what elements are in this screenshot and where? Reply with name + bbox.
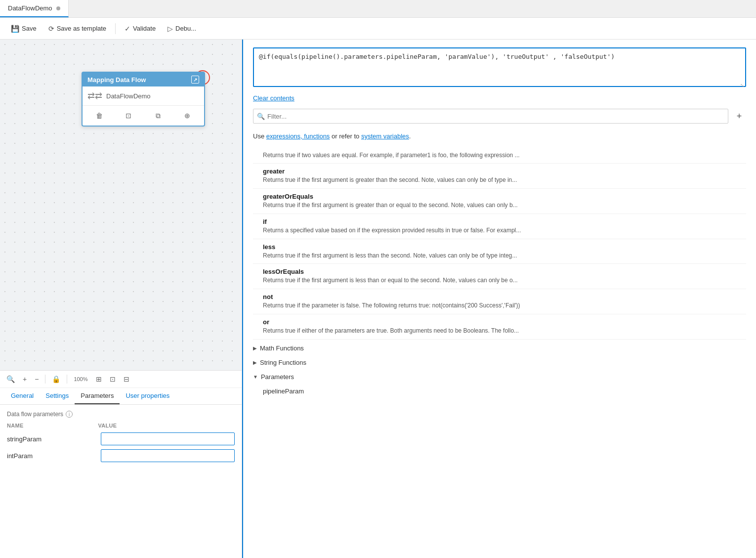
properties-panel: 🔍 + − 🔒 100% ⊞ ⊡ ⊟ General Settings Para… (0, 370, 242, 558)
zoom-mini-btn[interactable]: 100% (72, 375, 89, 384)
func-item-greaterOrEquals: greaterOrEquals Returns true if the firs… (253, 191, 746, 214)
parameters-items: pipelineParam (253, 386, 746, 397)
string-functions-header[interactable]: ▶ String Functions (253, 356, 746, 369)
func-name-or: or (263, 318, 746, 326)
expression-textarea[interactable] (253, 47, 746, 87)
node-duplicate-button[interactable]: ⧉ (151, 109, 165, 123)
func-name-greater: greater (263, 168, 746, 175)
frame-mini-btn[interactable]: ⊡ (108, 374, 117, 385)
debug-button[interactable]: ▷ Debu... (163, 23, 201, 35)
param-value-intparam (101, 449, 235, 462)
string-chevron-right-icon: ▶ (253, 360, 257, 365)
main-layout: Mapping Data Flow ↗ ⇄ ⇄ DataFlowDemo 🗑 ⊡… (0, 40, 756, 558)
func-name-if: if (263, 218, 746, 225)
validate-button[interactable]: ✓ Validate (120, 23, 161, 35)
param-input-stringparam[interactable] (101, 432, 235, 445)
filter-input[interactable] (253, 109, 728, 124)
func-item-greater: greater Returns true if the first argume… (253, 166, 746, 189)
func-name-not: not (263, 293, 746, 300)
node-add-button[interactable]: ⊕ (180, 109, 194, 123)
expression-input-wrapper: ⤡ (253, 47, 746, 88)
node-name-label: DataFlowDemo (106, 92, 151, 100)
math-functions-header[interactable]: ▶ Math Functions (253, 342, 746, 355)
lock-mini-btn[interactable]: 🔒 (50, 374, 62, 385)
func-name-less: less (263, 243, 746, 251)
mini-sep1 (45, 375, 45, 384)
node-delete-button[interactable]: 🗑 (92, 109, 106, 123)
node-body: ⇄ ⇄ DataFlowDemo (83, 86, 204, 106)
func-name-lessOrEquals: lessOrEquals (263, 268, 746, 275)
tab-dataflowdemo[interactable]: DataFlowDemo (0, 0, 69, 17)
debug-icon: ▷ (168, 25, 173, 33)
info-icon[interactable]: i (66, 411, 73, 418)
param-entry-pipelineparam[interactable]: pipelineParam (263, 386, 746, 397)
resize-handle[interactable]: ⤡ (740, 83, 745, 87)
func-desc-greater: Returns true if the first argument is gr… (263, 176, 746, 184)
param-row-intparam: intParam (7, 449, 235, 462)
node-icon-pair: ⇄ ⇄ (87, 90, 102, 101)
func-desc-lessOrEquals: Returns true if the first argument is le… (263, 276, 746, 285)
mini-sep2 (67, 375, 67, 384)
function-list: Returns true if two values are equal. Fo… (253, 149, 746, 340)
node-copy-button[interactable]: ⊡ (122, 109, 135, 123)
param-input-intparam[interactable] (101, 449, 235, 462)
parameters-header[interactable]: ▼ Parameters (253, 370, 746, 384)
validate-icon: ✓ (125, 25, 130, 33)
template-icon: ⟳ (48, 25, 54, 33)
node-header: Mapping Data Flow ↗ (83, 73, 204, 86)
string-functions-section: ▶ String Functions (253, 356, 746, 369)
clear-contents-link[interactable]: Clear contents (253, 94, 294, 102)
filter-input-wrapper: 🔍 (253, 109, 728, 124)
func-desc-less: Returns true if the first argument is le… (263, 252, 746, 260)
toolbar-separator (115, 23, 116, 34)
tab-label: DataFlowDemo (8, 4, 52, 12)
parameters-section: ▼ Parameters pipelineParam (253, 370, 746, 397)
property-tabs-row: General Settings Parameters User propert… (0, 388, 242, 405)
remove-mini-btn[interactable]: − (33, 374, 40, 385)
func-item-lessOrEquals: lessOrEquals Returns true if the first a… (253, 266, 746, 289)
params-content: Data flow parameters i NAME VALUE string… (0, 405, 242, 556)
params-table-header: NAME VALUE (7, 423, 235, 429)
search-mini-btn[interactable]: 🔍 (5, 374, 16, 385)
func-item-less: less Returns true if the first argument … (253, 241, 746, 264)
node-external-link-icon[interactable]: ↗ (191, 76, 199, 84)
expressions-functions-link[interactable]: expressions, functions (266, 132, 330, 140)
node-actions: 🗑 ⊡ ⧉ ⊕ (83, 106, 204, 126)
tab-dot (56, 6, 60, 10)
tab-bar: DataFlowDemo (0, 0, 756, 18)
params-label: Data flow parameters i (7, 411, 235, 418)
tab-user-properties[interactable]: User properties (120, 388, 175, 404)
save-as-template-button[interactable]: ⟳ Save as template (43, 23, 111, 35)
dataflow-icon2: ⇄ (95, 90, 102, 101)
add-mini-btn[interactable]: + (21, 374, 28, 385)
add-function-button[interactable]: + (732, 109, 746, 123)
toolbar: 💾 Save ⟳ Save as template ✓ Validate ▷ D… (0, 18, 756, 40)
tab-parameters[interactable]: Parameters (75, 388, 120, 404)
math-chevron-right-icon: ▶ (253, 345, 257, 351)
func-desc-greaterOrEquals: Returns true if the first argument is gr… (263, 201, 746, 210)
tab-settings[interactable]: Settings (40, 388, 75, 404)
left-panel: Mapping Data Flow ↗ ⇄ ⇄ DataFlowDemo 🗑 ⊡… (0, 40, 242, 558)
system-variables-link[interactable]: system variables (361, 132, 409, 140)
func-item-not: not Returns true if the parameter is fal… (253, 291, 746, 314)
dataflow-icon: ⇄ (87, 90, 95, 101)
func-name-greaterOrEquals: greaterOrEquals (263, 193, 746, 200)
param-value-stringparam (101, 432, 235, 445)
fit-mini-btn[interactable]: ⊞ (94, 374, 103, 385)
math-functions-section: ▶ Math Functions (253, 342, 746, 355)
param-row-stringparam: stringParam (7, 432, 235, 445)
mini-toolbar: 🔍 + − 🔒 100% ⊞ ⊡ ⊟ (0, 371, 242, 388)
save-icon: 💾 (11, 25, 19, 33)
mapping-dataflow-node: Mapping Data Flow ↗ ⇄ ⇄ DataFlowDemo 🗑 ⊡… (82, 72, 205, 127)
save-button[interactable]: 💾 Save (6, 23, 42, 35)
params-chevron-down-icon: ▼ (253, 374, 258, 380)
node-header-label: Mapping Data Flow (87, 76, 146, 84)
canvas-area[interactable]: Mapping Data Flow ↗ ⇄ ⇄ DataFlowDemo 🗑 ⊡… (0, 40, 242, 370)
layout-mini-btn[interactable]: ⊟ (122, 374, 131, 385)
func-desc-if: Returns a specified value based on if th… (263, 226, 746, 235)
func-desc-not: Returns true if the parameter is false. … (263, 301, 746, 310)
param-name-intparam: intParam (7, 452, 96, 460)
right-panel: ⤡ Clear contents 🔍 + Use expressions, fu… (242, 40, 756, 558)
tab-general[interactable]: General (5, 388, 40, 404)
help-text: Use expressions, functions or refer to s… (253, 131, 746, 141)
